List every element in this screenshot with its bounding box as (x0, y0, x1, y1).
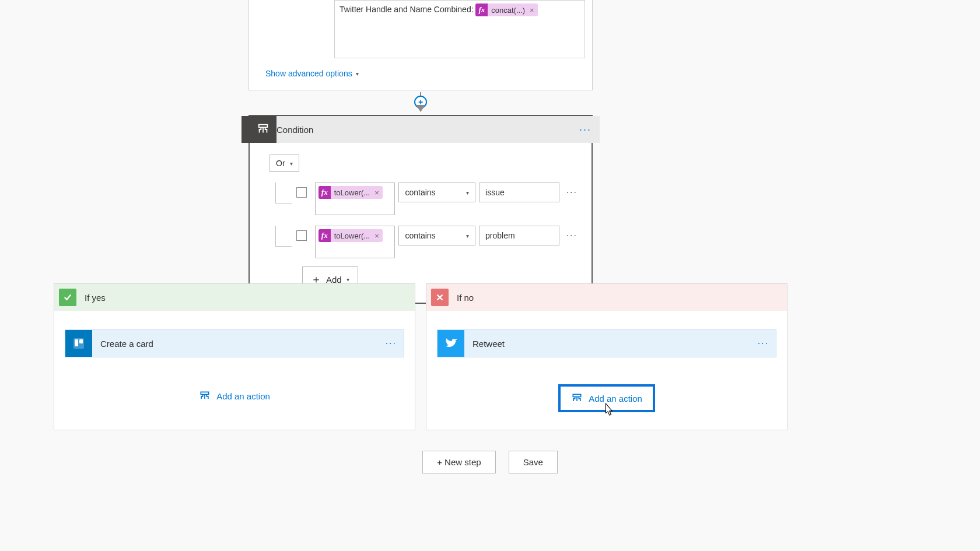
condition-header[interactable]: Condition ··· (242, 116, 600, 143)
condition-card: Condition ··· Or ▾ fx toLower(... × (249, 115, 593, 304)
right-value-input[interactable]: issue (479, 183, 559, 202)
bottom-button-row: + New step Save (0, 451, 980, 473)
row-checkbox[interactable] (296, 187, 307, 198)
condition-menu-button[interactable]: ··· (579, 124, 592, 136)
if-yes-branch: If yes Create a card ··· Add an action (54, 283, 415, 430)
svg-rect-0 (259, 125, 268, 128)
row-menu-button[interactable]: ··· (566, 230, 578, 241)
left-value-box[interactable]: fx toLower(... × (315, 226, 396, 258)
row-menu-button[interactable]: ··· (566, 187, 578, 198)
compose-text-area[interactable]: Twitter Handle and Name Combined: fx con… (334, 0, 585, 58)
expression-pill-tolower[interactable]: fx toLower(... × (318, 186, 383, 199)
fx-icon: fx (475, 3, 488, 16)
branch-header-no: If no (426, 284, 787, 311)
condition-row: fx toLower(... × contains ▾ issue ··· (275, 183, 578, 215)
chevron-down-icon: ▾ (466, 233, 469, 239)
add-action-yes-button[interactable]: Add an action (188, 384, 281, 408)
field-label: Twitter Handle and Name Combined: (340, 5, 474, 14)
action-retweet[interactable]: Retweet ··· (437, 329, 776, 357)
svg-rect-4 (201, 392, 208, 394)
chevron-down-icon: ▾ (466, 189, 469, 196)
x-icon (431, 289, 449, 306)
trello-icon (65, 330, 92, 357)
chevron-down-icon: ▾ (346, 276, 349, 283)
branch-header-yes: If yes (54, 284, 415, 311)
fx-icon: fx (318, 229, 331, 242)
action-menu-button[interactable]: ··· (386, 338, 397, 349)
chevron-down-icon: ▾ (290, 160, 293, 167)
add-action-icon (571, 392, 583, 404)
add-action-no-button[interactable]: Add an action (558, 384, 655, 412)
save-button[interactable]: Save (509, 451, 558, 473)
new-step-button[interactable]: + New step (422, 451, 495, 473)
action-menu-button[interactable]: ··· (758, 338, 769, 349)
expression-pill-concat[interactable]: fx concat(...) × (475, 3, 537, 16)
svg-rect-5 (573, 394, 580, 396)
condition-row: fx toLower(... × contains ▾ problem ··· (275, 226, 578, 258)
operator-select[interactable]: contains ▾ (398, 183, 475, 202)
arrow-down-icon (416, 105, 425, 112)
row-checkbox[interactable] (296, 230, 307, 241)
tree-line (275, 183, 292, 203)
fx-icon: fx (318, 186, 331, 199)
if-no-branch: If no Retweet ··· Add an action (426, 283, 788, 430)
check-icon (59, 289, 76, 306)
tree-line (275, 226, 292, 247)
chevron-down-icon: ▾ (356, 71, 359, 77)
svg-rect-3 (79, 339, 83, 343)
group-operator-select[interactable]: Or ▾ (270, 155, 299, 172)
remove-expression-icon[interactable]: × (528, 6, 538, 15)
condition-icon (250, 116, 276, 143)
svg-rect-2 (75, 339, 78, 346)
remove-expression-icon[interactable]: × (373, 188, 383, 197)
twitter-icon (438, 330, 464, 357)
action-create-a-card[interactable]: Create a card ··· (65, 329, 404, 357)
show-advanced-link[interactable]: Show advanced options ▾ (265, 69, 359, 78)
operator-select[interactable]: contains ▾ (398, 226, 475, 245)
add-action-icon (199, 390, 211, 402)
expression-pill-tolower[interactable]: fx toLower(... × (318, 229, 383, 242)
compose-card: Twitter Handle and Name Combined: fx con… (249, 0, 593, 90)
left-value-box[interactable]: fx toLower(... × (315, 183, 396, 215)
right-value-input[interactable]: problem (479, 226, 559, 245)
remove-expression-icon[interactable]: × (373, 231, 383, 240)
